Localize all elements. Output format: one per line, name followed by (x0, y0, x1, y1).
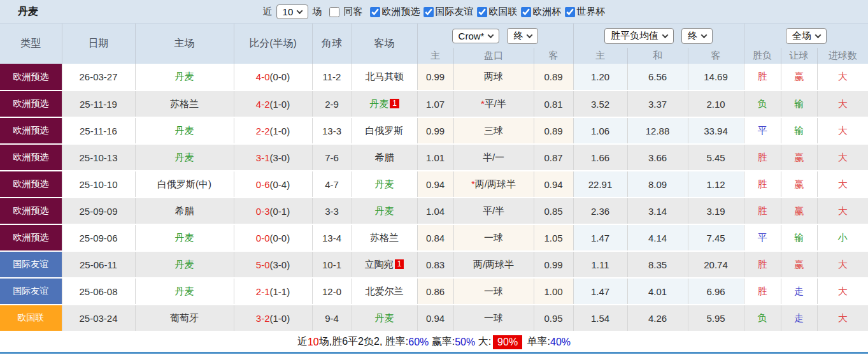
team-name: 丹麦 (175, 152, 194, 163)
bookmaker-odds-time-select[interactable]: 终 (507, 28, 538, 44)
col-header-away: 客场 (352, 24, 417, 64)
date-cell: 25-10-13 (62, 144, 135, 171)
away-team-cell: 苏格兰 (352, 224, 417, 251)
bookmaker-select[interactable]: Crow* (452, 29, 500, 43)
average-draw-odds: 4.14 (627, 224, 688, 251)
type-cell: 国际友谊 (0, 278, 62, 305)
sub-col-header-3: 主 (573, 48, 627, 64)
sub-col-header-2: 客 (534, 48, 573, 64)
league-filter-checkbox-2[interactable] (477, 7, 487, 17)
match-rows: 欧洲预选26-03-27丹麦4-0(0-0)11-2北马其顿0.99两球0.89… (0, 64, 868, 331)
score-cell: 2-2(1-0) (234, 117, 312, 144)
corners-cell: 10-1 (312, 251, 352, 278)
red-card-badge: 1 (395, 259, 404, 269)
summary-games-count: 10 (308, 337, 319, 348)
matches-table: 类型 日期 主场 比分(半场) 角球 客场 Crow* 终 (0, 24, 868, 332)
fulltime-score: 5-0 (256, 259, 270, 270)
type-cell: 国际友谊 (0, 251, 62, 278)
result-wdl-cell: 胜 (744, 251, 781, 278)
date-cell: 25-06-11 (62, 251, 135, 278)
bookmaker-home-odds: 0.84 (417, 224, 453, 251)
date-cell: 25-09-06 (62, 224, 135, 251)
type-cell: 欧洲预选 (0, 64, 62, 91)
result-goals-cell: 大 (817, 251, 868, 278)
bookmaker-away-odds: 0.85 (534, 198, 573, 224)
handicap-cell: 平/半 (453, 198, 534, 224)
handicap-cell: 一球 (453, 224, 534, 251)
average-away-odds: 7.45 (688, 224, 744, 251)
result-wdl-cell: 负 (744, 91, 781, 117)
result-goals-cell: 大 (817, 64, 868, 91)
team-name: 丹麦 (175, 232, 194, 243)
handicap-line: 两/两球半 (475, 178, 516, 189)
league-filter-label: 世界杯 (576, 6, 605, 18)
result-goals-cell: 大 (817, 117, 868, 144)
average-odds-select[interactable]: 胜平负均值 (604, 28, 674, 44)
average-home-odds: 1.47 (573, 224, 627, 251)
corners-cell: 9-4 (312, 305, 352, 331)
match-row: 欧洲预选25-11-19苏格兰4-2(1-0)2-9丹麦11.07*平/半0.8… (0, 91, 868, 117)
sub-col-header-1: 盘口 (453, 48, 534, 64)
bookmaker-home-odds: 0.94 (417, 171, 453, 198)
bookmaker-odds-time-value: 终 (513, 30, 523, 42)
result-goals-cell: 大 (817, 198, 868, 224)
type-cell: 欧洲预选 (0, 171, 62, 198)
same-away-checkbox[interactable] (329, 7, 339, 17)
average-home-odds: 1.54 (573, 305, 627, 331)
bookmaker-away-odds: 0.89 (534, 64, 573, 91)
home-team-cell: 丹麦 (135, 144, 234, 171)
corners-cell: 11-2 (312, 64, 352, 91)
result-handicap-cell: 输 (781, 91, 817, 117)
average-home-odds: 3.52 (573, 91, 627, 117)
bookmaker-home-odds: 1.01 (417, 144, 453, 171)
league-filter-checkbox-3[interactable] (521, 7, 531, 17)
average-home-odds: 1.11 (573, 251, 627, 278)
recent-count-select[interactable]: 10 (276, 4, 309, 19)
handicap-line: 两球 (484, 71, 503, 82)
away-team-cell: 北马其顿 (352, 64, 417, 91)
league-filter-checkbox-0[interactable] (370, 7, 380, 17)
bookmaker-away-odds: 1.05 (534, 224, 573, 251)
match-scope-select[interactable]: 全场 (786, 28, 827, 44)
result-handicap-cell: 赢 (781, 171, 817, 198)
summary-da-rate-badge: 90% (493, 335, 522, 349)
handicap-cell: 半/一 (453, 144, 534, 171)
team-name: 北爱尔兰 (366, 286, 404, 296)
bookmaker-header-group: Crow* 终 (417, 24, 573, 48)
summary-dan-rate: 40% (550, 337, 571, 348)
league-filter-checkbox-4[interactable] (565, 7, 575, 17)
league-filter-checkbox-1[interactable] (423, 7, 434, 17)
score-cell: 3-1(3-0) (234, 144, 312, 171)
halftime-score: (1-0) (270, 313, 290, 324)
result-wdl-cell: 平 (744, 224, 781, 251)
bookmaker-home-odds: 1.07 (417, 91, 453, 117)
league-filter-label: 国际友谊 (435, 6, 473, 18)
average-draw-odds: 6.56 (627, 64, 688, 91)
bookmaker-home-odds: 0.99 (417, 117, 453, 144)
league-filter-label: 欧国联 (488, 6, 517, 18)
halftime-score: (1-1) (270, 286, 290, 297)
average-away-odds: 20.74 (688, 251, 744, 278)
bookmaker-away-odds: 0.99 (534, 251, 573, 278)
recent-label: 近 (263, 6, 273, 18)
result-goals-cell: 小 (817, 224, 868, 251)
col-header-type: 类型 (0, 24, 62, 64)
bookmaker-home-odds: 0.83 (417, 251, 453, 278)
match-row: 欧洲预选25-09-09希腊0-3(0-1)3-3丹麦1.04平/半0.852.… (0, 198, 868, 224)
chevron-down-icon (297, 8, 303, 14)
fulltime-score: 4-2 (256, 99, 270, 110)
average-away-odds: 5.95 (688, 305, 744, 331)
result-handicap-cell: 赢 (781, 144, 817, 171)
sub-col-header-8: 进球数 (817, 48, 868, 64)
league-filters: 欧洲预选国际友谊欧国联欧洲杯世界杯 (366, 6, 605, 18)
team-name: 白俄罗斯(中) (157, 178, 211, 189)
handicap-line: 一球 (484, 312, 503, 323)
corners-cell: 13-3 (312, 117, 352, 144)
average-draw-odds: 4.01 (627, 278, 688, 305)
handicap-cell: 一球 (453, 278, 534, 305)
league-filter-1: 国际友谊 (420, 6, 473, 18)
same-away-label: 同客 (343, 6, 362, 17)
team-name: 丹麦 (175, 125, 194, 136)
average-odds-time-select[interactable]: 终 (681, 28, 713, 44)
result-goals-cell: 大 (817, 91, 868, 117)
